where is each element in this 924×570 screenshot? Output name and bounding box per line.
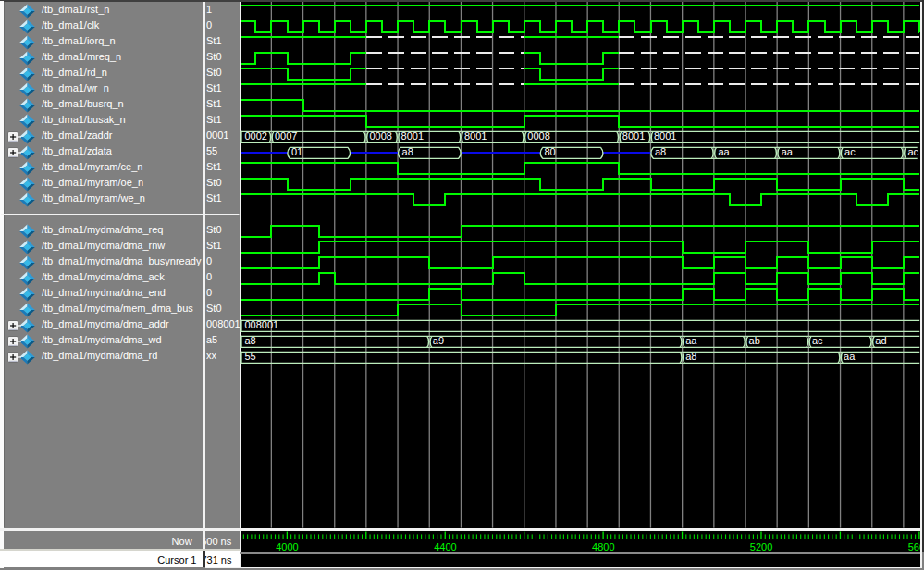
svg-text:ac: ac — [907, 146, 918, 157]
svg-text:aa: aa — [844, 351, 856, 362]
svg-text:aa: aa — [685, 335, 697, 346]
svg-text:01: 01 — [291, 146, 302, 157]
svg-text:aa: aa — [782, 146, 794, 157]
svg-text:5200: 5200 — [750, 541, 772, 552]
svg-text:4000: 4000 — [276, 541, 298, 552]
svg-text:80: 80 — [544, 146, 555, 157]
svg-text:0008: 0008 — [527, 130, 549, 142]
svg-text:4800: 4800 — [592, 541, 614, 552]
svg-text:ab: ab — [749, 335, 760, 346]
svg-text:ac: ac — [844, 146, 856, 157]
svg-text:4400: 4400 — [434, 541, 456, 552]
svg-text:8001: 8001 — [654, 130, 676, 142]
svg-text:a8: a8 — [245, 335, 256, 346]
svg-text:a8: a8 — [655, 146, 666, 157]
svg-text:0002: 0002 — [245, 130, 267, 142]
svg-text:55: 55 — [245, 351, 256, 362]
svg-text:008001: 008001 — [245, 319, 279, 330]
svg-text:a9: a9 — [433, 335, 444, 346]
svg-text:8001: 8001 — [622, 130, 645, 142]
svg-text:a8: a8 — [402, 146, 413, 157]
svg-text:ad: ad — [875, 335, 886, 346]
svg-text:0008: 0008 — [369, 130, 391, 142]
svg-text:a8: a8 — [685, 351, 696, 362]
svg-text:ac: ac — [812, 335, 823, 346]
svg-text:8001: 8001 — [464, 130, 487, 142]
svg-text:aa: aa — [718, 146, 730, 157]
svg-text:8001: 8001 — [401, 130, 424, 142]
svg-text:0007: 0007 — [275, 130, 297, 142]
